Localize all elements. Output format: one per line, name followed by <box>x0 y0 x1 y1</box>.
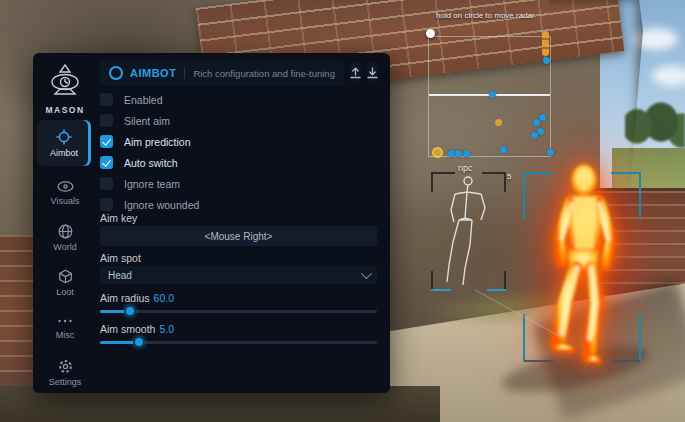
slider-knob[interactable] <box>124 305 136 317</box>
offscreen-indicator-bar <box>542 31 549 56</box>
aim-radius-label: Aim radius60.0 <box>100 292 174 304</box>
radar-dot <box>495 119 502 126</box>
slider-track[interactable] <box>100 310 377 313</box>
radar-dot <box>537 128 544 135</box>
sidebar-item-label: Misc <box>33 330 97 340</box>
page-header: AIMBOT Rich configuration and fine-tunin… <box>100 60 377 86</box>
radar-dot <box>434 149 441 156</box>
checkbox-icon[interactable] <box>100 135 113 148</box>
radar-panel[interactable] <box>428 36 551 157</box>
checkbox-icon[interactable] <box>100 177 113 190</box>
chevron-down-icon <box>361 268 372 279</box>
aim-spot-value: Head <box>108 270 132 281</box>
checkbox-icon[interactable] <box>100 198 113 211</box>
brand-logo: MASON <box>33 63 97 115</box>
radar-hint: hold on circle to move radar <box>436 11 535 20</box>
sidebar: MASON Aimbot Visuals <box>33 53 97 393</box>
sidebar-item-visuals[interactable]: Visuals <box>33 180 97 206</box>
checkbox-auto-switch[interactable]: Auto switch <box>100 152 377 173</box>
radar-dot <box>448 150 455 157</box>
cube-icon <box>58 269 73 284</box>
upload-icon <box>350 67 361 79</box>
checkbox-label: Aim prediction <box>124 136 191 148</box>
left-brick-patch <box>0 235 34 385</box>
brand-name: MASON <box>33 105 97 115</box>
page-title: AIMBOT <box>130 67 176 79</box>
sidebar-item-loot[interactable]: Loot <box>33 269 97 297</box>
checkbox-label: Silent aim <box>124 115 170 127</box>
radar-dot <box>500 146 507 153</box>
aim-key-label: Aim key <box>100 212 137 224</box>
radar-dot <box>531 132 538 139</box>
radar-dot <box>547 149 554 156</box>
aim-smooth-label: Aim smooth5.0 <box>100 323 174 335</box>
aim-radius-value: 60.0 <box>154 292 174 304</box>
eye-icon <box>57 180 74 193</box>
checkbox-enabled[interactable]: Enabled <box>100 89 377 110</box>
sidebar-item-settings[interactable]: Settings <box>33 359 97 387</box>
cloud <box>652 66 685 86</box>
checkbox-label: Auto switch <box>124 157 178 169</box>
aimbot-page: AIMBOT Rich configuration and fine-tunin… <box>100 53 377 393</box>
checkbox-ignore-team[interactable]: Ignore team <box>100 173 377 194</box>
radar-dot <box>539 114 546 121</box>
aim-spot-select[interactable]: Head <box>100 266 377 284</box>
crosshair-icon <box>56 129 72 145</box>
sidebar-item-misc[interactable]: Misc <box>33 315 97 340</box>
checkbox-label: Enabled <box>124 94 163 106</box>
checkbox-silent-aim[interactable]: Silent aim <box>100 110 377 131</box>
radar-dots <box>429 37 550 156</box>
sidebar-item-label: Aimbot <box>37 148 91 158</box>
checkbox-ignore-wounded[interactable]: Ignore wounded <box>100 194 377 215</box>
radar-dot <box>489 91 496 98</box>
mason-eye-icon <box>44 63 86 99</box>
sidebar-item-world[interactable]: World <box>33 224 97 252</box>
aim-smooth-value: 5.0 <box>159 323 174 335</box>
checkbox-icon[interactable] <box>100 93 113 106</box>
radar-drag-circle[interactable] <box>426 29 435 38</box>
ellipsis-icon <box>57 315 73 327</box>
sidebar-item-label: Loot <box>33 287 97 297</box>
globe-icon <box>58 224 73 239</box>
aim-smooth-slider[interactable] <box>100 336 377 348</box>
slider-knob[interactable] <box>133 336 145 348</box>
sidebar-item-aimbot[interactable]: Aimbot <box>37 120 91 166</box>
divider <box>184 67 185 79</box>
screenshot-root: npc 5 hold on circle to move radar <box>0 0 685 422</box>
aim-radius-slider[interactable] <box>100 305 377 317</box>
gear-icon <box>58 359 73 374</box>
skeleton-figure <box>425 170 575 345</box>
checkbox-aim-prediction[interactable]: Aim prediction <box>100 131 377 152</box>
download-icon <box>367 67 378 79</box>
offscreen-indicator-dot <box>543 57 550 64</box>
checkbox-icon[interactable] <box>100 156 113 169</box>
aim-key-button[interactable]: <Mouse Right> <box>100 226 377 246</box>
checkbox-label: Ignore wounded <box>124 199 199 211</box>
aim-spot-label: Aim spot <box>100 252 141 264</box>
radar-dot <box>463 150 470 157</box>
ring-icon <box>109 66 123 80</box>
sidebar-item-label: Settings <box>33 377 97 387</box>
checkbox-label: Ignore team <box>124 178 180 190</box>
cheat-menu-window: MASON Aimbot Visuals <box>33 53 390 393</box>
checkbox-icon[interactable] <box>100 114 113 127</box>
upload-config-button[interactable] <box>350 62 361 84</box>
sidebar-item-label: World <box>33 242 97 252</box>
radar-dot <box>455 150 462 157</box>
radar-dot <box>533 119 540 126</box>
header-bar: AIMBOT Rich configuration and fine-tunin… <box>100 60 344 86</box>
sidebar-item-label: Visuals <box>33 196 97 206</box>
page-subtitle: Rich configuration and fine-tuning <box>193 68 335 79</box>
download-config-button[interactable] <box>367 62 378 84</box>
